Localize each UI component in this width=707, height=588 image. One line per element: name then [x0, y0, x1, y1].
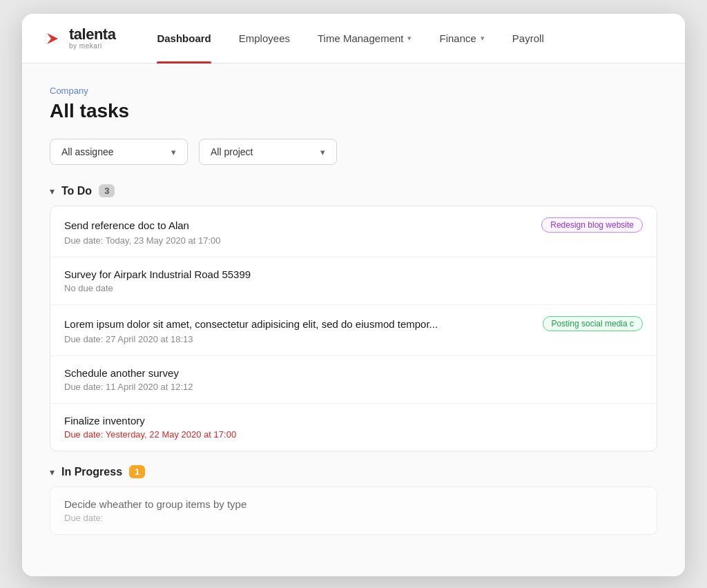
- time-management-chevron-icon: ▾: [407, 34, 411, 43]
- todo-section-badge: 3: [99, 184, 115, 197]
- breadcrumb[interactable]: Company: [50, 86, 657, 96]
- nav-item-dashboard[interactable]: Dashboard: [143, 14, 224, 63]
- task-due: No due date: [64, 283, 643, 293]
- task-tag: Posting social media c: [543, 316, 643, 331]
- task-row: Finalize inventory: [64, 415, 643, 427]
- task-name: Schedule another survey: [64, 367, 643, 379]
- task-due: Due date: 27 April 2020 at 18:13: [64, 334, 643, 344]
- task-row: Send reference doc to Alan Redesign blog…: [64, 217, 643, 233]
- logo-text: talenta by mekari: [69, 27, 115, 50]
- task-name: Send reference doc to Alan: [64, 219, 533, 231]
- svg-marker-0: [47, 33, 58, 44]
- logo-icon: [44, 29, 64, 48]
- in-progress-section-header[interactable]: ▾ In Progress 1: [50, 465, 657, 478]
- task-item[interactable]: Lorem ipsum dolor sit amet, consectetur …: [50, 305, 657, 356]
- task-item[interactable]: Schedule another survey Due date: 11 Apr…: [50, 356, 657, 404]
- task-name: Survey for Airpark Industrial Road 55399: [64, 268, 643, 280]
- task-row: Survey for Airpark Industrial Road 55399: [64, 268, 643, 280]
- assignee-filter-label: All assignee: [61, 146, 114, 157]
- todo-section-title: To Do: [61, 185, 92, 197]
- nav-item-time-management[interactable]: Time Management ▾: [304, 14, 426, 63]
- todo-task-list: Send reference doc to Alan Redesign blog…: [50, 206, 657, 451]
- task-row: Decide wheather to group items by type: [64, 498, 643, 510]
- task-item[interactable]: Finalize inventory Due date: Yesterday, …: [50, 404, 657, 451]
- task-item[interactable]: Send reference doc to Alan Redesign blog…: [50, 206, 657, 257]
- nav-item-employees[interactable]: Employees: [225, 14, 304, 63]
- task-tag: Redesign blog website: [541, 217, 643, 233]
- logo-name: talenta: [69, 27, 115, 42]
- nav-item-finance[interactable]: Finance ▾: [425, 14, 498, 63]
- task-due-overdue: Due date: Yesterday, 22 May 2020 at 17:0…: [64, 429, 643, 440]
- logo-sub: by mekari: [69, 42, 115, 50]
- nav-items: Dashboard Employees Time Management ▾ Fi…: [143, 14, 663, 63]
- in-progress-section-badge: 1: [129, 465, 145, 478]
- navbar: talenta by mekari Dashboard Employees Ti…: [22, 14, 685, 63]
- task-due: Due date:: [64, 513, 643, 523]
- nav-item-payroll[interactable]: Payroll: [498, 14, 558, 63]
- task-row: Schedule another survey: [64, 367, 643, 379]
- task-item[interactable]: Survey for Airpark Industrial Road 55399…: [50, 257, 657, 305]
- assignee-filter[interactable]: All assignee ▾: [50, 139, 188, 165]
- logo: talenta by mekari: [44, 27, 115, 50]
- in-progress-task-list: Decide wheather to group items by type D…: [50, 487, 657, 535]
- task-name: Decide wheather to group items by type: [64, 498, 643, 510]
- task-name: Lorem ipsum dolor sit amet, consectetur …: [64, 318, 534, 330]
- main-content: Company All tasks All assignee ▾ All pro…: [22, 63, 685, 576]
- task-due: Due date: Today, 23 May 2020 at 17:00: [64, 235, 643, 246]
- todo-toggle-icon: ▾: [50, 186, 55, 197]
- task-item[interactable]: Decide wheather to group items by type D…: [50, 487, 657, 534]
- in-progress-toggle-icon: ▾: [50, 467, 55, 478]
- project-filter-label: All project: [211, 146, 253, 157]
- page-title: All tasks: [50, 100, 657, 122]
- task-due: Due date: 11 April 2020 at 12:12: [64, 382, 643, 392]
- task-row: Lorem ipsum dolor sit amet, consectetur …: [64, 316, 643, 331]
- filters: All assignee ▾ All project ▾: [50, 139, 657, 165]
- in-progress-section-title: In Progress: [61, 466, 122, 478]
- assignee-chevron-icon: ▾: [171, 147, 176, 157]
- app-window: talenta by mekari Dashboard Employees Ti…: [22, 14, 685, 576]
- todo-section-header[interactable]: ▾ To Do 3: [50, 184, 657, 197]
- project-filter[interactable]: All project ▾: [199, 139, 337, 165]
- task-name: Finalize inventory: [64, 415, 643, 427]
- finance-chevron-icon: ▾: [481, 34, 485, 43]
- project-chevron-icon: ▾: [320, 147, 325, 157]
